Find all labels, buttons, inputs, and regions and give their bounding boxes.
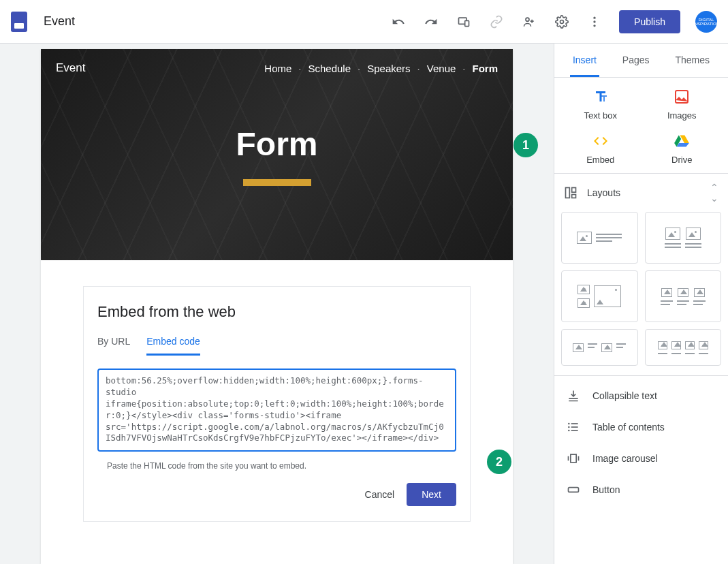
account-avatar[interactable]: DIGITALINSPIRATION [695,11,717,33]
layout-option-1[interactable] [561,212,638,264]
layouts-icon [564,186,577,200]
settings-button[interactable] [548,8,575,35]
insert-collapsible-text[interactable]: Collapsible text [554,380,728,411]
layouts-title: Layouts [587,187,701,198]
nav-link-schedule[interactable]: Schedule [308,63,351,74]
embed-dialog: Embed from the web By URL Embed code Pas… [83,286,471,522]
insert-images[interactable]: Images [642,89,723,121]
collapse-icon[interactable]: ⌃⌄ [710,182,718,204]
toc-label: Table of contents [592,422,665,433]
site-page-preview[interactable]: Event Home · Schedule · Speakers · Venue… [41,49,513,564]
nav-link-speakers[interactable]: Speakers [367,63,410,74]
sidebar-tab-themes[interactable]: Themes [672,44,712,77]
insert-button[interactable]: Button [554,474,728,505]
svg-rect-9 [572,188,576,193]
insert-text-box-label: Text box [584,110,617,121]
svg-rect-14 [571,426,578,428]
carousel-label: Image carousel [592,453,658,464]
layout-option-2[interactable] [645,212,722,264]
insert-text-box[interactable]: Text box [560,89,642,121]
insert-images-label: Images [667,110,697,121]
publish-button[interactable]: Publish [619,10,680,33]
svg-point-2 [526,18,529,21]
svg-point-4 [593,16,595,18]
drive-icon [674,133,690,149]
toc-icon [567,420,580,434]
layouts-grid [554,212,728,375]
undo-button[interactable] [385,8,412,35]
svg-point-15 [568,430,570,432]
collapsible-text-label: Collapsible text [592,390,657,401]
cancel-button[interactable]: Cancel [362,484,398,505]
app-toolbar: Event Publish DIGITALINSPIRATION [0,0,728,44]
nav-link-home[interactable]: Home [264,63,291,74]
sites-logo-icon [11,12,27,32]
svg-rect-10 [572,195,576,198]
embed-icon [592,133,609,149]
svg-rect-1 [465,20,469,26]
more-button[interactable] [581,8,608,35]
canvas-area: Event Home · Schedule · Speakers · Venue… [0,44,554,564]
layout-option-6[interactable] [645,329,722,366]
svg-rect-17 [571,454,576,463]
insert-embed-label: Embed [586,155,614,165]
site-header: Event Home · Schedule · Speakers · Venue… [41,49,513,260]
annotation-step-1: 1 [513,133,538,157]
sidebar: Insert Pages Themes Text box Images 1 [554,44,728,564]
text-box-icon [592,89,609,105]
document-title[interactable]: Event [44,14,75,29]
tab-by-url[interactable]: By URL [97,336,130,356]
hero-underline [243,179,311,186]
insert-drive-label: Drive [671,155,692,165]
svg-point-13 [568,426,570,428]
images-icon [674,89,690,105]
site-nav: Home · Schedule · Speakers · Venue · For… [264,63,498,74]
hero-title[interactable]: Form [41,125,513,163]
link-button[interactable] [483,8,510,35]
sidebar-tab-insert[interactable]: Insert [570,44,599,77]
carousel-icon [567,452,580,465]
svg-point-6 [593,25,595,27]
embed-code-input[interactable] [97,369,456,452]
insert-drive[interactable]: Drive [642,133,723,165]
tab-embed-code[interactable]: Embed code [146,336,200,356]
collapsible-text-icon [567,389,580,403]
svg-rect-8 [566,188,570,198]
svg-point-11 [568,423,570,425]
svg-rect-18 [569,488,579,492]
layout-option-4[interactable] [645,270,722,322]
layout-option-3[interactable] [561,270,638,322]
svg-point-3 [560,20,564,23]
layouts-section-header[interactable]: Layouts ⌃⌄ [554,173,728,212]
layout-option-5[interactable] [561,329,638,366]
insert-image-carousel[interactable]: Image carousel [554,443,728,474]
insert-table-of-contents[interactable]: Table of contents [554,411,728,443]
svg-rect-16 [571,430,578,431]
nav-link-venue[interactable]: Venue [427,63,456,74]
redo-button[interactable] [417,8,445,35]
button-icon [567,483,580,497]
svg-rect-12 [571,423,578,424]
svg-point-5 [593,20,595,22]
share-button[interactable] [516,8,543,35]
nav-link-form[interactable]: Form [473,63,498,74]
sidebar-tab-pages[interactable]: Pages [620,44,652,77]
insert-embed[interactable]: 1 Embed [560,133,642,165]
embed-hint: Paste the HTML code from the site you wa… [97,454,456,471]
next-button[interactable]: Next [407,483,456,506]
annotation-step-2: 2 [487,450,511,474]
site-name[interactable]: Event [56,61,85,75]
button-label: Button [592,484,620,495]
preview-button[interactable] [450,8,477,35]
embed-dialog-title: Embed from the web [97,303,456,321]
